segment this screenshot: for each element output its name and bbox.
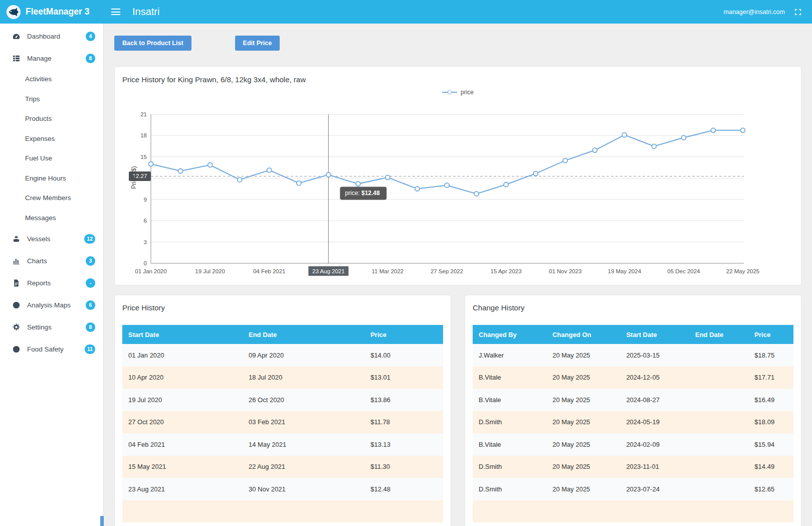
column-header: Changed By bbox=[473, 325, 546, 344]
table-cell bbox=[689, 478, 748, 500]
column-header: End Date bbox=[243, 325, 364, 344]
sidebar-item-charts[interactable]: Charts3 bbox=[0, 250, 103, 272]
table-row[interactable]: D.Smith20 May 20252023-11-01$14.49 bbox=[473, 456, 793, 478]
table-row bbox=[473, 500, 793, 523]
sidebar-item-reports[interactable]: Reports- bbox=[0, 272, 103, 294]
table-row[interactable]: 19 Jul 202026 Oct 2020$13.86 bbox=[122, 389, 443, 411]
svg-text:0: 0 bbox=[144, 260, 147, 266]
sidebar-item-dashboard[interactable]: Dashboard4 bbox=[0, 25, 103, 47]
sidebar-item-settings[interactable]: Settings8 bbox=[0, 316, 103, 338]
fullscreen-icon[interactable] bbox=[794, 8, 802, 16]
table-cell bbox=[122, 500, 243, 523]
table-row[interactable]: 01 Jan 202009 Apr 2020$14.00 bbox=[122, 344, 443, 367]
sidebar-item-analysis-maps[interactable]: Analysis Maps6 bbox=[0, 294, 103, 316]
table-cell: 20 May 2025 bbox=[546, 433, 620, 456]
sidebar-item-vessels[interactable]: Vessels12 bbox=[0, 228, 103, 250]
globe-icon bbox=[12, 301, 21, 309]
svg-text:01 Nov 2023: 01 Nov 2023 bbox=[549, 268, 581, 274]
table-cell: 20 May 2025 bbox=[546, 456, 620, 478]
price-history-title: Price History bbox=[115, 295, 451, 312]
sidebar-item-label: Activities bbox=[25, 75, 52, 83]
change-history-title: Change History bbox=[465, 295, 801, 312]
table-row[interactable]: 04 Feb 202114 May 2021$13.13 bbox=[122, 433, 443, 456]
sidebar-item-messages[interactable]: Messages bbox=[0, 208, 103, 228]
sidebar-badge: 4 bbox=[86, 32, 95, 41]
sidebar-item-activities[interactable]: Activities bbox=[0, 69, 103, 89]
sidebar-item-label: Trips bbox=[25, 95, 40, 103]
back-to-product-list-button[interactable]: Back to Product List bbox=[114, 36, 191, 51]
svg-text:6: 6 bbox=[144, 218, 147, 224]
table-row[interactable]: D.Smith20 May 20252024-05-19$18.09 bbox=[473, 411, 793, 434]
table-row[interactable]: 27 Oct 202003 Feb 2021$11.78 bbox=[122, 411, 443, 434]
sidebar-item-label: Crew Members bbox=[25, 194, 71, 202]
column-header: End Date bbox=[689, 325, 748, 344]
table-row[interactable]: B.Vitale20 May 20252024-12-05$17.71 bbox=[473, 367, 793, 389]
table-cell: D.Smith bbox=[473, 411, 546, 434]
table-cell: $13.13 bbox=[364, 433, 443, 456]
column-header: Price bbox=[748, 325, 793, 344]
toolbar: Back to Product List Edit Price bbox=[114, 36, 801, 51]
table-cell: J.Walker bbox=[473, 344, 546, 367]
sidebar-item-manage[interactable]: Manage8 bbox=[0, 47, 103, 69]
svg-text:04 Feb 2021: 04 Feb 2021 bbox=[253, 268, 286, 274]
app-brand: FleetManager 3 bbox=[0, 5, 104, 20]
svg-text:9: 9 bbox=[144, 197, 147, 203]
sidebar-item-products[interactable]: Products bbox=[0, 109, 103, 129]
table-row[interactable]: 15 May 202122 Aug 2021$11.30 bbox=[122, 456, 443, 478]
column-header: Start Date bbox=[122, 325, 243, 344]
table-cell: 2024-08-27 bbox=[620, 389, 689, 411]
globe-icon bbox=[12, 345, 21, 354]
table-cell: $11.30 bbox=[364, 456, 443, 478]
table-cell: 10 Apr 2020 bbox=[122, 367, 243, 389]
table-cell: 01 Jan 2020 bbox=[122, 344, 243, 367]
table-cell: 03 Feb 2021 bbox=[243, 411, 364, 434]
table-cell bbox=[620, 500, 689, 523]
ship-icon bbox=[12, 235, 21, 243]
sidebar-scrollbar-thumb[interactable] bbox=[100, 516, 104, 526]
table-cell bbox=[243, 500, 364, 523]
table-cell: 2025-03-15 bbox=[620, 344, 689, 367]
sidebar-item-label: Settings bbox=[27, 323, 52, 331]
app-logo-icon bbox=[6, 5, 21, 20]
table-cell: $14.00 bbox=[364, 344, 443, 367]
table-cell bbox=[364, 500, 443, 523]
table-cell: 19 Jul 2020 bbox=[122, 389, 243, 411]
edit-price-button[interactable]: Edit Price bbox=[235, 36, 280, 51]
table-cell: $12.48 bbox=[364, 478, 443, 500]
svg-text:price: $12.48: price: $12.48 bbox=[345, 190, 380, 197]
sidebar-item-label: Products bbox=[25, 115, 52, 122]
sidebar-item-label: Engine Hours bbox=[25, 174, 66, 182]
sidebar-item-trips[interactable]: Trips bbox=[0, 89, 103, 109]
table-row[interactable]: 10 Apr 202018 Jul 2020$13.01 bbox=[122, 367, 443, 389]
sidebar-item-label: Manage bbox=[27, 55, 52, 62]
table-cell: $12.65 bbox=[748, 478, 793, 500]
sidebar-item-label: Analysis Maps bbox=[27, 301, 71, 309]
report-icon bbox=[12, 279, 21, 287]
sidebar-item-fuel-use[interactable]: Fuel Use bbox=[0, 148, 103, 168]
table-row[interactable]: J.Walker20 May 20252025-03-15$18.75 bbox=[473, 344, 793, 367]
table-cell: $11.78 bbox=[364, 411, 443, 434]
table-cell: 2024-05-19 bbox=[620, 411, 689, 434]
table-cell bbox=[473, 500, 546, 523]
table-cell: 23 Aug 2021 bbox=[122, 478, 243, 500]
sidebar-badge: 3 bbox=[86, 256, 95, 266]
table-cell: $15.94 bbox=[748, 433, 793, 456]
sidebar-item-engine-hours[interactable]: Engine Hours bbox=[0, 168, 103, 189]
table-row[interactable]: 23 Aug 202130 Nov 2021$12.48 bbox=[122, 478, 443, 500]
svg-text:22 May 2025: 22 May 2025 bbox=[726, 268, 760, 274]
table-row[interactable]: D.Smith20 May 20252023-07-24$12.65 bbox=[473, 478, 793, 500]
sidebar: Dashboard4Manage8ActivitiesTripsProducts… bbox=[0, 24, 104, 526]
price-line-chart[interactable]: 03691215182112.27price: $12.4801 Jan 202… bbox=[121, 111, 777, 282]
table-cell bbox=[689, 367, 748, 389]
hamburger-menu-icon[interactable] bbox=[111, 7, 121, 17]
app-name: FleetManager 3 bbox=[26, 7, 89, 17]
sidebar-badge: 11 bbox=[85, 344, 95, 354]
sidebar-item-crew-members[interactable]: Crew Members bbox=[0, 188, 103, 208]
topbar: FleetManager 3 Insatri manager@insatri.c… bbox=[0, 0, 812, 24]
chart-legend-item[interactable]: price bbox=[115, 89, 801, 96]
table-row[interactable]: B.Vitale20 May 20252024-02-09$15.94 bbox=[473, 433, 793, 456]
table-row[interactable]: B.Vitale20 May 20252024-08-27$16.49 bbox=[473, 389, 793, 411]
user-email: manager@insatri.com bbox=[724, 9, 785, 16]
sidebar-item-food-safety[interactable]: Food Safety11 bbox=[0, 338, 103, 360]
sidebar-item-expenses[interactable]: Expenses bbox=[0, 129, 103, 149]
